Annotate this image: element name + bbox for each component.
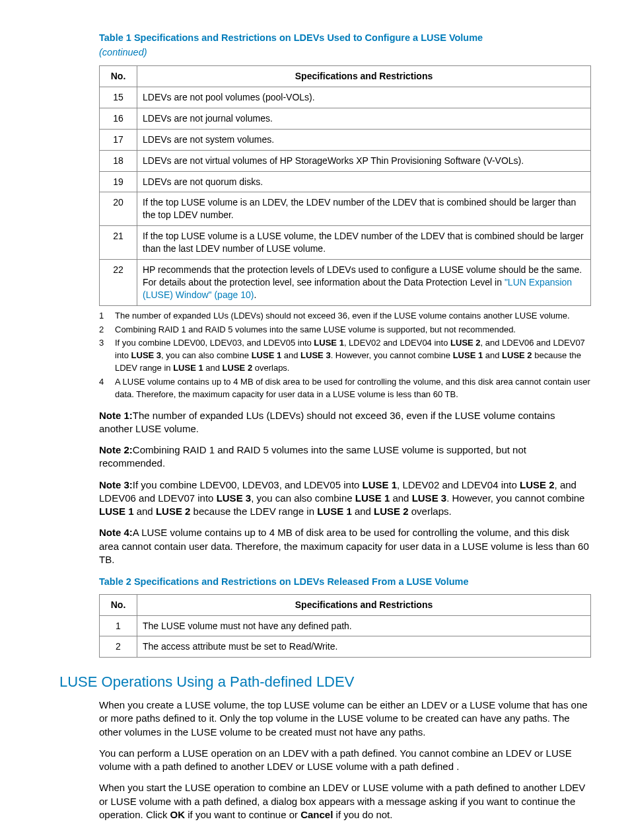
th-spec: Specifications and Restrictions [137,594,591,615]
th-no: No. [100,594,137,615]
table2-title: Table 2 Specifications and Restrictions … [99,576,590,589]
section-para-3: When you start the LUSE operation to com… [99,781,591,821]
th-spec: Specifications and Restrictions [137,66,591,87]
table-row: 21If the top LUSE volume is a LUSE volum… [100,226,591,260]
section-heading: LUSE Operations Using a Path-defined LDE… [59,672,590,692]
note-2: Note 2:Combining RAID 1 and RAID 5 volum… [99,443,591,471]
section-para-1: When you create a LUSE volume, the top L… [99,699,591,739]
table1-title: Table 1 Specifications and Restrictions … [99,32,590,45]
note-1: Note 1:The number of expanded LUs (LDEVs… [99,409,591,436]
table-row: 2The access attribute must be set to Rea… [100,636,591,658]
table-row: 16LDEVs are not journal volumes. [100,108,591,129]
th-no: No. [100,66,137,87]
table-row: 20If the top LUSE volume is an LDEV, the… [100,192,591,226]
table1-footnotes: 1The number of expanded LUs (LDEVs) shou… [99,310,591,401]
table1: No. Specifications and Restrictions 15LD… [99,65,591,306]
table-row: 15LDEVs are not pool volumes (pool-VOLs)… [100,87,591,108]
section-para-2: You can perform a LUSE operation on an L… [99,747,591,774]
table-row: 17LDEVs are not system volumes. [100,129,591,150]
note-4: Note 4:A LUSE volume contains up to 4 MB… [99,526,591,566]
table-row: 19LDEVs are not quorum disks. [100,171,591,192]
note-3: Note 3:If you combine LDEV00, LDEV03, an… [99,478,591,519]
table2: No. Specifications and Restrictions 1The… [99,594,591,658]
table1-subtitle: (continued) [99,46,590,59]
table-row: 22 HP recommends that the protection lev… [100,260,591,306]
table-row: 1The LUSE volume must not have any defin… [100,615,591,636]
table-row: 18LDEVs are not virtual volumes of HP St… [100,150,591,171]
